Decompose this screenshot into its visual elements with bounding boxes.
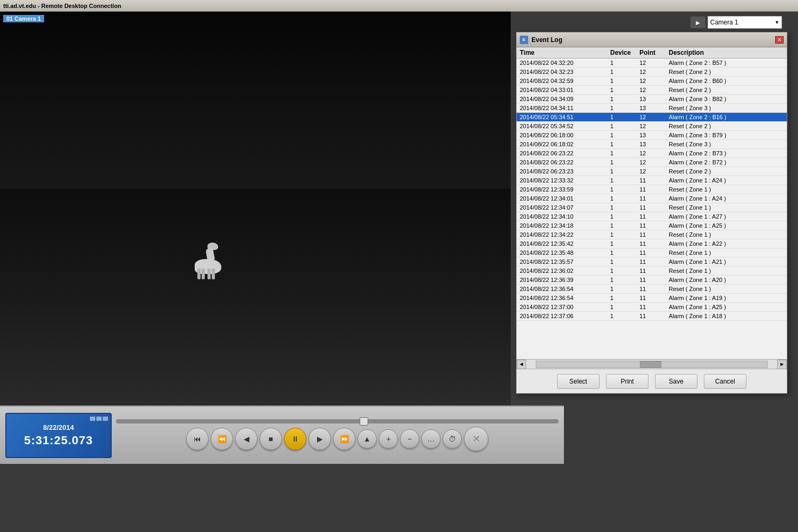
- event-device: 1: [609, 222, 638, 229]
- rewind-button[interactable]: ◀: [235, 428, 257, 450]
- seek-thumb[interactable]: [360, 417, 368, 426]
- event-row[interactable]: 2014/08/22 04:32:23112Reset ( Zone 2 ): [517, 68, 787, 77]
- event-row[interactable]: 2014/08/22 04:32:59112Alarm ( Zone 2 : B…: [517, 77, 787, 86]
- print-button[interactable]: Print: [606, 374, 649, 389]
- event-row[interactable]: 2014/08/22 05:34:52112Reset ( Zone 2 ): [517, 122, 787, 131]
- event-time: 2014/08/22 12:33:32: [519, 177, 609, 184]
- event-row[interactable]: 2014/08/22 05:34:51112Alarm ( Zone 2 : B…: [517, 113, 787, 122]
- save-button[interactable]: Save: [655, 374, 697, 389]
- event-point: 11: [638, 177, 668, 184]
- event-row[interactable]: 2014/08/22 12:37:00111Alarm ( Zone 1 : A…: [517, 303, 787, 312]
- event-row[interactable]: 2014/08/22 04:32:20112Alarm ( Zone 2 : B…: [517, 59, 787, 68]
- event-row[interactable]: 2014/08/22 06:23:23112Reset ( Zone 2 ): [517, 167, 787, 176]
- seek-bar[interactable]: [116, 419, 559, 423]
- pause-button[interactable]: ⏸: [284, 428, 306, 450]
- event-point: 11: [638, 286, 668, 292]
- event-point: 11: [638, 304, 668, 310]
- scroll-right-arrow[interactable]: ▶: [777, 360, 787, 369]
- event-row[interactable]: 2014/08/22 12:33:59111Reset ( Zone 1 ): [517, 185, 787, 194]
- event-device: 1: [609, 295, 638, 301]
- event-time: 2014/08/22 12:37:00: [519, 304, 609, 310]
- event-log-icon: E: [520, 36, 528, 44]
- skip-back-button[interactable]: ⏮: [186, 428, 209, 450]
- event-point: 12: [638, 69, 668, 75]
- event-row[interactable]: 2014/08/22 12:36:02111Reset ( Zone 1 ): [517, 267, 787, 276]
- event-time: 2014/08/22 06:23:22: [519, 159, 609, 165]
- event-description: Alarm ( Zone 1 : A19 ): [668, 295, 785, 301]
- event-row[interactable]: 2014/08/22 12:34:01111Alarm ( Zone 1 : A…: [517, 194, 787, 203]
- camera-area: 01 Camera 1: [0, 12, 511, 405]
- event-row[interactable]: 2014/08/22 12:35:42111Alarm ( Zone 1 : A…: [517, 239, 787, 248]
- camera-dropdown[interactable]: Camera 1 ▼: [708, 16, 782, 29]
- event-row[interactable]: 2014/08/22 12:34:10111Alarm ( Zone 1 : A…: [517, 212, 787, 221]
- event-description: Alarm ( Zone 1 : A27 ): [668, 213, 785, 220]
- clock-button[interactable]: ⏱: [443, 429, 462, 448]
- scroll-track[interactable]: [536, 361, 768, 368]
- event-row[interactable]: 2014/08/22 12:36:54111Reset ( Zone 1 ): [517, 285, 787, 294]
- event-row[interactable]: 2014/08/22 12:33:32111Alarm ( Zone 1 : A…: [517, 176, 787, 185]
- event-device: 1: [609, 78, 638, 84]
- event-row[interactable]: 2014/08/22 12:34:22111Reset ( Zone 1 ): [517, 230, 787, 239]
- event-description: Alarm ( Zone 2 : B73 ): [668, 150, 785, 156]
- event-device: 1: [609, 304, 638, 310]
- event-row[interactable]: 2014/08/22 04:34:11113Reset ( Zone 3 ): [517, 104, 787, 113]
- stop-button[interactable]: ■: [260, 428, 282, 450]
- event-description: Alarm ( Zone 1 : A18 ): [668, 313, 785, 319]
- event-time: 2014/08/22 12:34:07: [519, 204, 609, 211]
- event-log-list[interactable]: 2014/08/22 04:32:20112Alarm ( Zone 2 : B…: [517, 59, 787, 359]
- event-log-close-button[interactable]: ✕: [775, 36, 784, 44]
- event-row[interactable]: 2014/08/22 12:35:57111Alarm ( Zone 1 : A…: [517, 257, 787, 267]
- scroll-left-arrow[interactable]: ◀: [517, 360, 526, 369]
- event-description: Reset ( Zone 1 ): [668, 286, 785, 292]
- td-icon3: [103, 417, 108, 421]
- event-point: 13: [638, 141, 668, 147]
- event-description: Reset ( Zone 1 ): [668, 231, 785, 238]
- event-point: 13: [638, 132, 668, 138]
- camera-selector: ▶ Camera 1 ▼: [691, 16, 782, 29]
- event-row[interactable]: 2014/08/22 06:23:22112Alarm ( Zone 2 : B…: [517, 158, 787, 167]
- event-point: 11: [638, 250, 668, 256]
- event-row[interactable]: 2014/08/22 12:36:54111Alarm ( Zone 1 : A…: [517, 294, 787, 303]
- event-description: Alarm ( Zone 3 : B79 ): [668, 132, 785, 138]
- event-device: 1: [609, 286, 638, 292]
- event-point: 11: [638, 186, 668, 193]
- event-point: 11: [638, 295, 668, 301]
- event-time: 2014/08/22 12:35:48: [519, 250, 609, 256]
- event-description: Reset ( Zone 2 ): [668, 69, 785, 75]
- event-row[interactable]: 2014/08/22 12:37:06111Alarm ( Zone 1 : A…: [517, 312, 787, 321]
- cancel-button[interactable]: Cancel: [704, 374, 746, 389]
- sky-area: [0, 12, 511, 209]
- zoom-out-button[interactable]: −: [400, 429, 419, 448]
- zoom-in-button[interactable]: +: [379, 429, 398, 448]
- event-description: Reset ( Zone 2 ): [668, 168, 785, 174]
- select-button[interactable]: Select: [557, 374, 600, 389]
- event-row[interactable]: 2014/08/22 12:36:39111Alarm ( Zone 1 : A…: [517, 276, 787, 285]
- event-row[interactable]: 2014/08/22 06:18:02113Reset ( Zone 3 ): [517, 140, 787, 149]
- event-row[interactable]: 2014/08/22 12:34:18111Alarm ( Zone 1 : A…: [517, 221, 787, 230]
- playback-date: 8/22/2014: [43, 423, 74, 431]
- event-row[interactable]: 2014/08/22 04:33:01112Reset ( Zone 2 ): [517, 86, 787, 95]
- event-time: 2014/08/22 05:34:52: [519, 123, 609, 129]
- more-button[interactable]: …: [421, 429, 440, 448]
- event-row[interactable]: 2014/08/22 12:34:07111Reset ( Zone 1 ): [517, 203, 787, 212]
- next-frame-button[interactable]: ▶: [309, 428, 331, 450]
- event-description: Alarm ( Zone 1 : A24 ): [668, 195, 785, 202]
- event-device: 1: [609, 268, 638, 274]
- event-description: Alarm ( Zone 1 : A20 ): [668, 277, 785, 283]
- fast-forward-button[interactable]: ⏩: [333, 428, 355, 450]
- event-row[interactable]: 2014/08/22 06:18:00113Alarm ( Zone 3 : B…: [517, 131, 787, 140]
- event-row[interactable]: 2014/08/22 12:35:48111Reset ( Zone 1 ): [517, 248, 787, 257]
- event-log-buttons: Select Print Save Cancel: [517, 369, 787, 393]
- event-time: 2014/08/22 12:36:54: [519, 286, 609, 292]
- close-playback-button[interactable]: ✕: [464, 427, 488, 451]
- event-row[interactable]: 2014/08/22 04:34:09113Alarm ( Zone 3 : B…: [517, 95, 787, 104]
- scroll-thumb[interactable]: [640, 361, 661, 368]
- deer-silhouette: [184, 231, 227, 279]
- slider-area: ⏮ ⏪ ◀ ■ ⏸ ▶ ⏩ ▲ + − … ⏱ ✕: [116, 419, 559, 451]
- up-button[interactable]: ▲: [358, 429, 377, 448]
- event-log-scrollbar[interactable]: ◀ ▶: [517, 359, 787, 369]
- event-time: 2014/08/22 12:33:59: [519, 186, 609, 193]
- event-row[interactable]: 2014/08/22 06:23:22112Alarm ( Zone 2 : B…: [517, 149, 787, 158]
- event-description: Alarm ( Zone 3 : B82 ): [668, 96, 785, 102]
- prev-frame-button[interactable]: ⏪: [211, 428, 233, 450]
